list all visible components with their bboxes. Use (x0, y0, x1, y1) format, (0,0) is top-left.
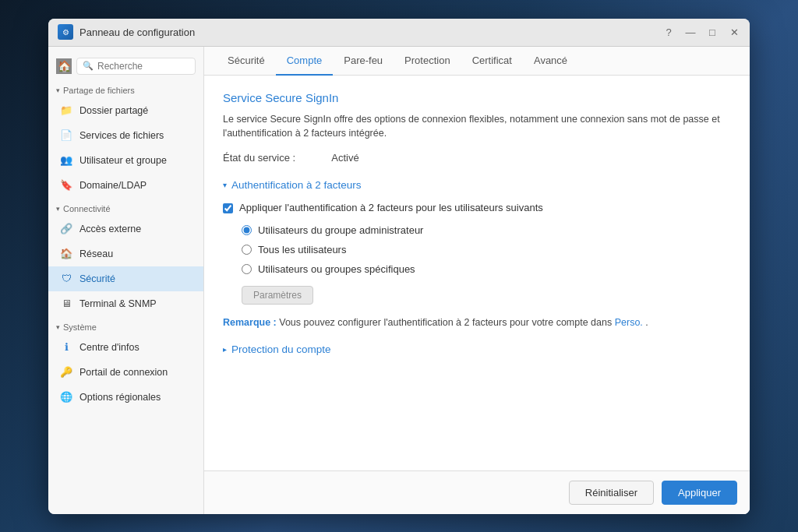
tab-securite[interactable]: Sécurité (217, 47, 276, 76)
auth2fa-checkbox-row: Appliquer l'authentification à 2 facteur… (223, 202, 731, 213)
main-layout: 🏠 🔍 ▾ Partage de fichiers 📁 Dossier part… (48, 47, 750, 514)
auth2fa-radio-group: Utilisateurs du groupe administrateur To… (242, 224, 731, 275)
protection-title: Protection du compte (231, 344, 331, 355)
radio-specific-label: Utilisateurs ou groupes spécifiques (258, 263, 415, 275)
apply-button[interactable]: Appliquer (662, 481, 737, 505)
close-button[interactable]: ✕ (728, 26, 740, 38)
control-panel-window: ⚙ Panneau de configuration ? — □ ✕ 🏠 🔍 (48, 19, 750, 514)
search-icon: 🔍 (83, 61, 94, 71)
help-button[interactable]: ? (662, 26, 675, 38)
chevron-auth2fa-icon: ▾ (223, 181, 227, 189)
folder-icon: 📁 (59, 104, 73, 118)
chevron-system-icon: ▾ (56, 323, 60, 331)
content-area: Sécurité Compte Pare-feu Protection Cert… (204, 47, 750, 514)
titlebar-controls: ? — □ ✕ (662, 26, 740, 38)
minimize-button[interactable]: — (684, 26, 697, 38)
file-services-icon: 📄 (59, 129, 73, 143)
sidebar-item-external-access[interactable]: 🔗 Accès externe (48, 217, 203, 241)
radio-specific-input[interactable] (242, 264, 252, 274)
reset-button[interactable]: Réinitialiser (569, 481, 654, 505)
sidebar-item-file-services[interactable]: 📄 Services de fichiers (48, 123, 203, 148)
remark-link[interactable]: Perso. (615, 317, 643, 328)
tab-avance[interactable]: Avancé (523, 47, 578, 76)
radio-all-users-label: Tous les utilisateurs (258, 244, 346, 255)
remark-text: Vous pouvez configurer l'authentificatio… (279, 317, 614, 328)
chevron-sharing-icon: ▾ (56, 86, 60, 94)
app-icon: ⚙ (58, 24, 73, 40)
radio-all-users: Tous les utilisateurs (242, 244, 731, 255)
auth2fa-title: Authentification à 2 facteurs (231, 179, 362, 191)
sidebar-item-regional-options[interactable]: 🌐 Options régionales (48, 385, 203, 410)
sidebar-item-terminal-snmp[interactable]: 🖥 Terminal & SNMP (48, 291, 203, 316)
radio-specific-users: Utilisateurs ou groupes spécifiques (242, 263, 731, 275)
params-button: Paramètres (242, 286, 313, 305)
regional-icon: 🌐 (59, 390, 73, 404)
protection-accordion-header[interactable]: ▸ Protection du compte (223, 344, 731, 355)
window-title: Panneau de configuration (79, 26, 195, 38)
domain-icon: 🔖 (59, 178, 73, 192)
tabs-bar: Sécurité Compte Pare-feu Protection Cert… (204, 47, 750, 76)
auth2fa-accordion-header[interactable]: ▾ Authentification à 2 facteurs (223, 179, 731, 191)
titlebar-left: ⚙ Panneau de configuration (58, 24, 195, 40)
section-header-sharing: ▾ Partage de fichiers (48, 79, 203, 98)
radio-admin-input[interactable] (242, 225, 252, 235)
service-description: Le service Secure SignIn offre des optio… (223, 112, 731, 142)
radio-admin-label: Utilisateurs du groupe administrateur (258, 224, 423, 236)
user-group-icon: 👥 (59, 153, 73, 167)
titlebar: ⚙ Panneau de configuration ? — □ ✕ (48, 19, 750, 47)
login-portal-icon: 🔑 (59, 365, 73, 379)
shield-icon: 🛡 (59, 272, 73, 286)
search-input[interactable] (97, 61, 189, 72)
remark-suffix: . (645, 317, 648, 328)
section-header-connectivity: ▾ Connectivité (48, 198, 203, 217)
sidebar-item-network[interactable]: 🏠 Réseau (48, 241, 203, 266)
tab-pare-feu[interactable]: Pare-feu (333, 47, 394, 76)
radio-all-users-input[interactable] (242, 245, 252, 255)
radio-admin-group: Utilisateurs du groupe administrateur (242, 224, 731, 236)
auth2fa-checkbox[interactable] (223, 203, 233, 213)
service-status-row: État du service : Activé (223, 152, 731, 164)
section-header-system: ▾ Système (48, 316, 203, 335)
sidebar-item-info-center[interactable]: ℹ Centre d'infos (48, 335, 203, 360)
desktop: ⚙ Panneau de configuration ? — □ ✕ 🏠 🔍 (0, 0, 798, 532)
sidebar: 🏠 🔍 ▾ Partage de fichiers 📁 Dossier part… (48, 47, 204, 514)
tab-protection[interactable]: Protection (394, 47, 461, 76)
service-status-value: Activé (300, 152, 358, 164)
home-button[interactable]: 🏠 (56, 58, 72, 74)
service-status-label: État du service : (223, 152, 295, 164)
external-access-icon: 🔗 (59, 222, 73, 236)
network-icon: 🏠 (59, 247, 73, 261)
tab-certificat[interactable]: Certificat (461, 47, 523, 76)
sidebar-item-security[interactable]: 🛡 Sécurité (48, 266, 203, 291)
remark-row: Remarque : Vous pouvez configurer l'auth… (223, 317, 731, 328)
chevron-connectivity-icon: ▾ (56, 205, 60, 213)
sidebar-item-login-portal[interactable]: 🔑 Portail de connexion (48, 360, 203, 385)
service-title: Service Secure SignIn (223, 91, 731, 104)
terminal-icon: 🖥 (59, 297, 73, 311)
footer: Réinitialiser Appliquer (204, 470, 750, 514)
info-center-icon: ℹ (59, 340, 73, 354)
sidebar-item-domain-ldap[interactable]: 🔖 Domaine/LDAP (48, 173, 203, 198)
remark-label: Remarque : (223, 317, 277, 328)
chevron-protection-icon: ▸ (223, 345, 227, 354)
tab-compte[interactable]: Compte (276, 47, 334, 76)
content-body: Service Secure SignIn Le service Secure … (204, 76, 750, 470)
maximize-button[interactable]: □ (706, 26, 719, 38)
auth2fa-checkbox-label: Appliquer l'authentification à 2 facteur… (239, 202, 543, 213)
sidebar-item-shared-folder[interactable]: 📁 Dossier partagé (48, 98, 203, 123)
sidebar-item-user-group[interactable]: 👥 Utilisateur et groupe (48, 148, 203, 173)
